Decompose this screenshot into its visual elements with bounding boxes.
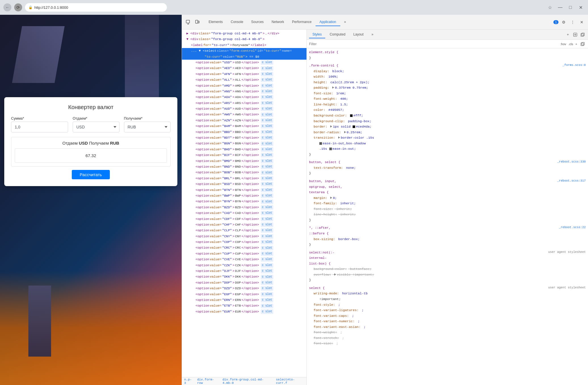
tree-line[interactable]: <option value="CVE">CVE</option>c slot: [182, 257, 306, 262]
settings-icon[interactable]: ⚙: [560, 18, 568, 26]
tree-line[interactable]: <option value="BZD">BZD</option>c slot: [182, 205, 306, 210]
css-prop[interactable]: font-style: ;: [309, 302, 586, 308]
css-prop[interactable]: color: #495057;: [309, 107, 586, 113]
tree-line[interactable]: <option value="BIF">BIF</option>c slot: [182, 152, 306, 158]
address-bar[interactable]: 🔒 http://127.0.0.1:8000: [25, 3, 167, 12]
tab-application[interactable]: Application: [316, 18, 340, 26]
css-prop[interactable]: font-family: inherit;: [309, 201, 586, 206]
tree-line[interactable]: <option value="EGP">EGP</option>c slot: [182, 292, 306, 297]
maximize-icon[interactable]: □: [566, 3, 574, 11]
tab-computed[interactable]: Computed: [326, 31, 349, 38]
tree-line[interactable]: <option value="ALL">ALL</option>c slot: [182, 77, 306, 83]
css-selector-select-ua[interactable]: select { user agent stylesheet: [309, 285, 586, 291]
tree-line[interactable]: <option value="ANG">ANG</option>c slot: [182, 89, 306, 94]
back-button[interactable]: ←: [3, 3, 11, 11]
css-selector-form-control[interactable]: .form-control { _forms.scss:8: [309, 63, 586, 68]
tree-line[interactable]: <option value="CAD">CAD</option>c slot: [182, 210, 306, 216]
tree-line[interactable]: <option value="CRC">CRC</option>c slot: [182, 245, 306, 251]
toggle-element-state-icon[interactable]: [572, 32, 578, 38]
add-style-icon[interactable]: +: [576, 42, 577, 46]
tree-line[interactable]: <option value="BHD">BHD</option>c slot: [182, 147, 306, 152]
amount-input[interactable]: [11, 122, 68, 132]
css-prop[interactable]: font-variant-caps: ;: [309, 313, 586, 319]
tree-line[interactable]: <option value="DJF">DJF</option>c slot: [182, 268, 306, 274]
breadcrumb-item[interactable]: select#to-curr.f: [276, 378, 304, 385]
css-prop[interactable]: font-stretch: ;: [309, 335, 586, 341]
tree-line[interactable]: <option value="USD">USD</option>c slot: [182, 60, 306, 65]
tree-line[interactable]: <option value="CNY">CNY</option>c slot: [182, 234, 306, 239]
calculate-button[interactable]: Рассчитать: [72, 170, 110, 179]
tree-line[interactable]: <option value="COP">COP</option>c slot: [182, 239, 306, 245]
css-prop-strikethrough[interactable]: overflow: visible !important;: [309, 272, 586, 278]
bookmark-icon[interactable]: ☆: [546, 3, 554, 11]
inspect-icon[interactable]: [184, 18, 192, 26]
tree-line-highlighted-cont[interactable]: "to-curr" value="RUB"> == $0: [182, 54, 306, 60]
tree-line[interactable]: <option value="AWG">AWG</option>c slot: [182, 112, 306, 117]
pseudo-hov[interactable]: :hov: [560, 42, 566, 46]
tree-line[interactable]: <option value="AMD">AMD</option>c slot: [182, 83, 306, 89]
pseudo-cls[interactable]: .cls: [568, 42, 573, 46]
css-prop[interactable]: background-clip: padding-box;: [309, 118, 586, 124]
tree-line[interactable]: <label for="to-curr">Получаем*</label>: [182, 42, 306, 48]
tree-line[interactable]: <option value="DZD">DZD</option>c slot: [182, 286, 306, 291]
tab-network[interactable]: Network: [268, 18, 288, 26]
css-prop[interactable]: font-size: ;: [309, 341, 586, 346]
css-prop[interactable]: font-variant-ligatures: ;: [309, 307, 586, 313]
close-icon[interactable]: ✕: [577, 3, 585, 11]
tab-elements[interactable]: Elements: [205, 18, 227, 26]
tree-line[interactable]: <option value="BSD">BSD</option>c slot: [182, 181, 306, 187]
css-prop[interactable]: background-color: #fff;: [309, 113, 586, 118]
tree-line[interactable]: <option value="BDT">BDT</option>c slot: [182, 135, 306, 141]
css-prop[interactable]: display: block;: [309, 68, 586, 74]
tree-line[interactable]: <option value="BOB">BOB</option>c slot: [182, 170, 306, 175]
tree-line[interactable]: <option value="DKK">DKK</option>c slot: [182, 274, 306, 280]
tree-line[interactable]: <option value="AED">AED</option>c slot: [182, 65, 306, 71]
css-prop[interactable]: margin: 0;: [309, 195, 586, 201]
tab-console[interactable]: Console: [227, 18, 247, 26]
css-prop[interactable]: font-variant-numeric: ;: [309, 319, 586, 324]
css-prop-strikethrough[interactable]: background-color: buttonface;: [309, 266, 586, 272]
css-prop[interactable]: height: calc(2.25rem + 2px);: [309, 80, 586, 85]
tree-line[interactable]: <option value="BAM">BAM</option>c slot: [182, 123, 306, 129]
css-prop[interactable]: border-radius: 0.25rem;: [309, 130, 586, 135]
tab-styles[interactable]: Styles: [309, 31, 325, 38]
tree-line[interactable]: <option value="CZK">CZK</option>c slot: [182, 263, 306, 268]
tree-line[interactable]: <option value="ETB">ETB</option>c slot: [182, 303, 306, 309]
reload-button[interactable]: ⟳: [14, 3, 22, 11]
tree-line[interactable]: <option value="BYN">BYN</option>c slot: [182, 199, 306, 204]
device-icon[interactable]: [193, 18, 201, 26]
css-prop[interactable]: transition: border-color .15s: [309, 135, 586, 141]
tab-performance[interactable]: Performance: [288, 18, 316, 26]
copy-styles-icon[interactable]: [579, 32, 586, 38]
tree-line[interactable]: ▶ <div class="form-group col-md-4 mb-0">…: [182, 31, 306, 36]
tree-line[interactable]: <option value="BGN">BGN</option>c slot: [182, 141, 306, 146]
css-prop-strikethrough[interactable]: font-size: inherit;: [309, 206, 586, 212]
styles-filter-input[interactable]: [309, 42, 558, 46]
from-currency-select[interactable]: USD RUB EUR: [73, 122, 119, 132]
tree-line[interactable]: <option value="DOP">DOP</option>c slot: [182, 280, 306, 286]
tree-line[interactable]: <option value="ERN">ERN</option>c slot: [182, 297, 306, 303]
css-prop[interactable]: ease-in-out,box-shadow: [309, 141, 586, 146]
copy-computed-icon[interactable]: [579, 41, 586, 47]
tree-line[interactable]: <option value="EUR">EUR</option>c slot: [182, 309, 306, 315]
tree-line[interactable]: <option value="BRL">BRL</option>c slot: [182, 176, 306, 181]
tree-line[interactable]: <option value="CHF">CHF</option>c slot: [182, 222, 306, 228]
breadcrumb-item[interactable]: div.form-group.col-md-4.mb-0: [222, 378, 272, 385]
css-prop[interactable]: font-size: 1rem;: [309, 91, 586, 96]
breadcrumb-item[interactable]: div.form-row: [197, 378, 219, 385]
css-selector-element-style[interactable]: element.style {: [309, 49, 586, 55]
css-selector-select-not[interactable]: select:not(:- user agent stylesheet: [309, 250, 586, 255]
tree-line[interactable]: <option value="CUP">CUP</option>c slot: [182, 251, 306, 257]
tree-line[interactable]: <option value="CLP">CLP</option>c slot: [182, 228, 306, 233]
close-devtools-icon[interactable]: ✕: [578, 18, 586, 26]
css-prop[interactable]: line-height: 1.5;: [309, 102, 586, 107]
css-prop[interactable]: border: 1px solid #ced4da;: [309, 124, 586, 130]
css-prop[interactable]: writing-mode: horizontal-tb: [309, 291, 586, 296]
css-prop[interactable]: width: 100%;: [309, 74, 586, 80]
tree-line[interactable]: <option value="BMD">BMD</option>c slot: [182, 158, 306, 164]
css-prop[interactable]: !important;: [309, 296, 586, 302]
tree-line-highlighted[interactable]: ... ▼ <select class="form-control" id="t…: [182, 48, 306, 54]
css-prop[interactable]: padding: 0.375rem 0.75rem;: [309, 85, 586, 91]
css-prop[interactable]: .15s ease-in-out;: [309, 146, 586, 152]
css-prop[interactable]: font-weight: 400;: [309, 96, 586, 102]
